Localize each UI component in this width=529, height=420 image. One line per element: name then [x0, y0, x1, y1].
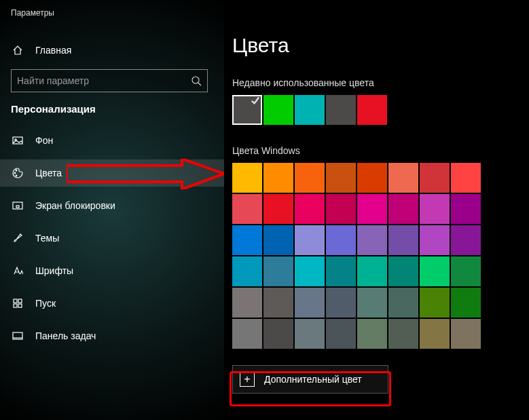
color-swatch[interactable]: [263, 256, 293, 286]
color-swatch[interactable]: [326, 163, 356, 193]
palette-icon: [11, 166, 24, 180]
color-swatch[interactable]: [388, 319, 418, 349]
color-swatch[interactable]: [295, 194, 325, 224]
recent-color-swatch[interactable]: [357, 95, 387, 125]
color-swatch[interactable]: [295, 256, 325, 286]
color-swatch[interactable]: [451, 163, 481, 193]
sidebar-item-picture[interactable]: Фон: [0, 127, 224, 154]
page-title: Цвета: [232, 34, 529, 57]
svg-rect-9: [18, 299, 22, 303]
color-swatch[interactable]: [451, 319, 481, 349]
sidebar-item-label: Цвета: [35, 168, 62, 178]
color-swatch[interactable]: [263, 319, 293, 349]
color-swatch[interactable]: [357, 288, 387, 318]
svg-rect-10: [14, 304, 17, 307]
sidebar-item-label: Темы: [35, 233, 59, 244]
color-swatch[interactable]: [388, 256, 418, 286]
svg-point-3: [14, 172, 16, 174]
nav-home[interactable]: Главная: [0, 37, 224, 64]
svg-rect-1: [13, 137, 22, 144]
sidebar-item-font[interactable]: Шрифты: [0, 257, 224, 284]
svg-rect-11: [18, 304, 22, 307]
color-swatch[interactable]: [232, 288, 262, 318]
color-swatch[interactable]: [388, 163, 418, 193]
color-swatch[interactable]: [420, 225, 450, 255]
color-swatch[interactable]: [263, 194, 293, 224]
color-swatch[interactable]: [357, 194, 387, 224]
color-swatch[interactable]: [263, 163, 293, 193]
color-swatch[interactable]: [295, 288, 325, 318]
window-title: Параметры: [11, 8, 224, 18]
windows-colors-label: Цвета Windows: [232, 145, 529, 156]
nav-home-label: Главная: [35, 45, 71, 56]
windows-colors-grid: [232, 163, 529, 349]
search-box[interactable]: [11, 69, 208, 92]
color-swatch[interactable]: [295, 319, 325, 349]
sidebar-item-start[interactable]: Пуск: [0, 290, 224, 317]
sidebar-item-label: Шрифты: [35, 265, 73, 276]
sidebar-item-label: Фон: [35, 135, 53, 146]
custom-color-label: Дополнительный цвет: [264, 374, 362, 385]
home-icon: [11, 43, 24, 57]
svg-rect-7: [16, 206, 19, 208]
color-swatch[interactable]: [232, 225, 262, 255]
color-swatch[interactable]: [357, 163, 387, 193]
color-swatch[interactable]: [232, 194, 262, 224]
recent-colors-label: Недавно использованные цвета: [232, 77, 529, 88]
color-swatch[interactable]: [326, 319, 356, 349]
color-swatch[interactable]: [451, 288, 481, 318]
color-swatch[interactable]: [357, 319, 387, 349]
color-swatch[interactable]: [263, 288, 293, 318]
color-swatch[interactable]: [326, 288, 356, 318]
color-swatch[interactable]: [451, 194, 481, 224]
sidebar-item-lockscreen[interactable]: Экран блокировки: [0, 192, 224, 219]
color-swatch[interactable]: [420, 288, 450, 318]
sidebar: Параметры Главная Персонализация ФонЦвет…: [0, 0, 224, 420]
color-swatch[interactable]: [326, 256, 356, 286]
color-swatch[interactable]: [388, 288, 418, 318]
color-swatch[interactable]: [388, 194, 418, 224]
color-swatch[interactable]: [295, 225, 325, 255]
recent-color-swatch[interactable]: [326, 95, 356, 125]
lockscreen-icon: [11, 199, 24, 212]
plus-icon: +: [240, 372, 255, 387]
color-swatch[interactable]: [232, 256, 262, 286]
color-swatch[interactable]: [326, 194, 356, 224]
recent-color-swatch[interactable]: [263, 95, 293, 125]
color-swatch[interactable]: [451, 256, 481, 286]
color-swatch[interactable]: [420, 256, 450, 286]
search-input[interactable]: [17, 75, 191, 86]
color-swatch[interactable]: [357, 256, 387, 286]
recent-colors-row: [232, 95, 529, 125]
color-swatch[interactable]: [451, 225, 481, 255]
color-swatch[interactable]: [420, 194, 450, 224]
svg-rect-8: [14, 299, 17, 303]
color-swatch[interactable]: [420, 163, 450, 193]
recent-color-swatch[interactable]: [232, 95, 262, 125]
svg-point-5: [16, 175, 17, 176]
picture-icon: [11, 134, 24, 147]
section-title: Персонализация: [11, 103, 224, 115]
sidebar-item-label: Пуск: [35, 298, 56, 309]
color-swatch[interactable]: [326, 225, 356, 255]
color-swatch[interactable]: [420, 319, 450, 349]
sidebar-item-label: Панель задач: [35, 330, 96, 341]
sidebar-item-brush[interactable]: Темы: [0, 225, 224, 252]
search-icon: [191, 75, 202, 86]
font-icon: [11, 264, 24, 278]
sidebar-item-taskbar[interactable]: Панель задач: [0, 322, 224, 349]
color-swatch[interactable]: [263, 225, 293, 255]
color-swatch[interactable]: [232, 163, 262, 193]
color-swatch[interactable]: [357, 225, 387, 255]
color-swatch[interactable]: [295, 163, 325, 193]
sidebar-item-label: Экран блокировки: [35, 200, 115, 211]
color-swatch[interactable]: [232, 319, 262, 349]
svg-point-0: [192, 77, 199, 83]
custom-color-button[interactable]: + Дополнительный цвет: [232, 365, 388, 394]
recent-color-swatch[interactable]: [295, 95, 325, 125]
start-icon: [11, 297, 24, 310]
sidebar-item-palette[interactable]: Цвета: [0, 159, 224, 187]
brush-icon: [11, 231, 24, 245]
taskbar-icon: [11, 329, 24, 343]
color-swatch[interactable]: [388, 225, 418, 255]
